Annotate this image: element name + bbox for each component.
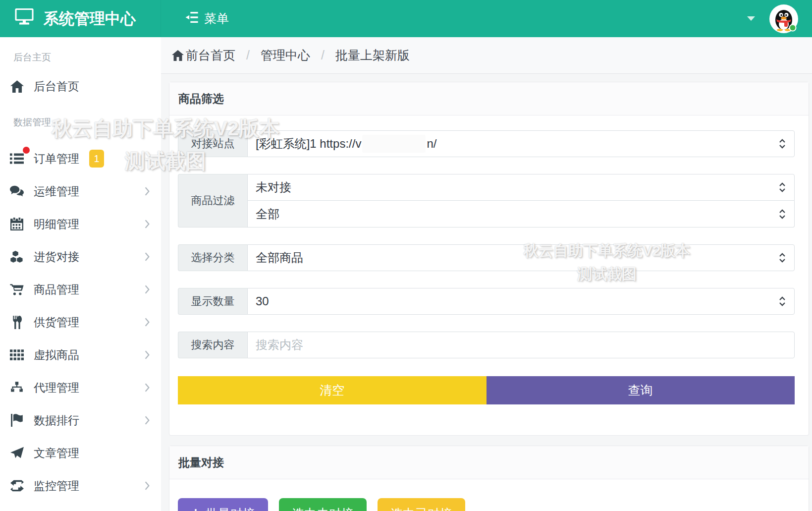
- menu-toggle-button[interactable]: 菜单: [185, 10, 229, 27]
- scope-value: 全部: [256, 206, 279, 222]
- site-value-prefix: [彩虹系统]1 https://v: [256, 136, 361, 152]
- category-select[interactable]: 全部商品: [247, 244, 795, 271]
- main-content: 前台首页 / 管理中心 / 批量上架新版 商品筛选 对接站点 [彩虹系统]1 h…: [161, 37, 812, 511]
- grid-icon: [0, 349, 34, 361]
- scope-select[interactable]: 全部: [247, 201, 795, 227]
- chevron-right-icon: [143, 219, 151, 229]
- outdent-icon: [185, 11, 198, 26]
- sidebar-item-label: 代理管理: [34, 380, 79, 396]
- sidebar-item-purchase[interactable]: 进货对接: [0, 240, 161, 273]
- breadcrumb: 前台首页 / 管理中心 / 批量上架新版: [161, 37, 812, 74]
- site-select[interactable]: [彩虹系统]1 https://v n/: [247, 130, 795, 157]
- select-arrows-icon: [777, 208, 787, 221]
- list-icon: [0, 153, 34, 165]
- calendar-icon: [0, 218, 34, 230]
- menu-label: 菜单: [204, 10, 229, 27]
- site-label: 对接站点: [178, 130, 247, 157]
- sidebar-item-label: 商品管理: [34, 282, 79, 297]
- sidebar-item-label: 虚拟商品: [34, 347, 79, 363]
- sidebar-item-supply[interactable]: 供货管理: [0, 306, 161, 339]
- product-filter-label: 商品过滤: [178, 174, 247, 227]
- chevron-right-icon: [143, 252, 151, 262]
- select-arrows-icon: [777, 181, 787, 194]
- app-brand[interactable]: 系统管理中心: [0, 0, 161, 37]
- clear-button[interactable]: 清空: [178, 376, 487, 404]
- sidebar-item-label: 监控管理: [34, 478, 79, 494]
- sidebar-item-orders[interactable]: 订单管理 1: [0, 142, 161, 175]
- search-label: 搜索内容: [178, 332, 247, 358]
- select-arrows-icon: [777, 251, 787, 264]
- breadcrumb-separator: /: [321, 48, 325, 62]
- query-button[interactable]: 查询: [487, 376, 795, 404]
- filter-actions: 清空 查询: [178, 376, 795, 404]
- caret-down-icon[interactable]: [746, 15, 757, 22]
- sidebar-item-backend-home[interactable]: 后台首页: [0, 70, 161, 103]
- product-filter-selects: 未对接 全部: [247, 174, 795, 227]
- home-icon: [172, 50, 184, 61]
- product-filter-row: 商品过滤 未对接 全部: [178, 174, 795, 227]
- sidebar-item-label: 供货管理: [34, 315, 79, 330]
- select-arrows-icon: [777, 295, 787, 308]
- product-filter-card: 商品筛选 对接站点 [彩虹系统]1 https://v n/ 商品过滤: [169, 82, 809, 436]
- chevron-right-icon: [143, 481, 151, 491]
- batch-link-button[interactable]: 批量对接: [178, 498, 268, 511]
- chevron-right-icon: [143, 186, 151, 196]
- sidebar-item-products[interactable]: 商品管理: [0, 273, 161, 306]
- paper-plane-icon: [0, 447, 34, 459]
- breadcrumb-admin-center[interactable]: 管理中心: [261, 47, 310, 63]
- category-row: 选择分类 全部商品: [178, 244, 795, 271]
- batch-link-card: 批量对接 批量对接 选中未对接 选中已对接: [169, 446, 809, 511]
- sitemap-icon: [0, 382, 34, 394]
- exchange-icon: [0, 480, 34, 492]
- sidebar-item-label: 明细管理: [34, 217, 79, 232]
- sidebar-item-label: 后台首页: [34, 79, 79, 94]
- chevron-right-icon: [143, 383, 151, 393]
- sidebar-item-label: 订单管理: [34, 151, 79, 167]
- batch-card-title: 批量对接: [169, 446, 809, 479]
- site-value-suffix: n/: [427, 137, 436, 151]
- filter-card-body: 对接站点 [彩虹系统]1 https://v n/ 商品过滤 未对: [169, 115, 809, 435]
- sidebar-item-agents[interactable]: 代理管理: [0, 371, 161, 404]
- sidebar-item-articles[interactable]: 文章管理: [0, 437, 161, 469]
- cubes-icon: [0, 251, 34, 263]
- sidebar-section-data: 数据管理: [0, 103, 161, 142]
- link-status-value: 未对接: [256, 179, 291, 195]
- category-label: 选择分类: [178, 244, 247, 271]
- sidebar-item-ops[interactable]: 运维管理: [0, 175, 161, 208]
- redacted-url-segment: [362, 135, 426, 153]
- sidebar-item-rankings[interactable]: 数据排行: [0, 404, 161, 437]
- top-navbar: 菜单: [161, 0, 812, 37]
- select-arrows-icon: [777, 137, 787, 150]
- flag-icon: [0, 414, 34, 427]
- sidebar-item-label: 数据排行: [34, 413, 79, 428]
- chevron-right-icon: [143, 415, 151, 425]
- plus-icon: [191, 507, 201, 511]
- display-count-select[interactable]: 30: [247, 288, 795, 315]
- user-avatar[interactable]: [769, 4, 798, 33]
- filter-card-title: 商品筛选: [169, 82, 809, 115]
- breadcrumb-label: 管理中心: [261, 47, 310, 63]
- sidebar-item-details[interactable]: 明细管理: [0, 208, 161, 240]
- site-row: 对接站点 [彩虹系统]1 https://v n/: [178, 130, 795, 157]
- search-input[interactable]: [247, 332, 795, 358]
- sidebar-item-label: 运维管理: [34, 184, 79, 199]
- category-value: 全部商品: [256, 250, 303, 266]
- chevron-right-icon: [143, 317, 151, 327]
- batch-link-label: 批量对接: [206, 506, 255, 511]
- breadcrumb-label: 批量上架新版: [335, 47, 410, 63]
- breadcrumb-separator: /: [246, 48, 250, 62]
- orders-count-badge: 1: [89, 150, 104, 168]
- sidebar: 后台主页 后台首页 数据管理 订单管理 1 运维管理: [0, 37, 161, 511]
- select-linked-button[interactable]: 选中已对接: [378, 498, 465, 511]
- sidebar-item-label: 进货对接: [34, 249, 79, 265]
- sidebar-item-virtual-goods[interactable]: 虚拟商品: [0, 339, 161, 371]
- sidebar-section-home: 后台主页: [0, 45, 161, 70]
- chevron-right-icon: [143, 350, 151, 360]
- select-unlinked-button[interactable]: 选中未对接: [279, 498, 367, 511]
- batch-card-body: 批量对接 选中未对接 选中已对接: [169, 479, 809, 511]
- cart-icon: [0, 284, 34, 296]
- sidebar-item-monitoring[interactable]: 监控管理: [0, 469, 161, 502]
- home-icon: [0, 80, 34, 93]
- link-status-select[interactable]: 未对接: [247, 174, 795, 201]
- breadcrumb-frontend-home[interactable]: 前台首页: [172, 47, 235, 63]
